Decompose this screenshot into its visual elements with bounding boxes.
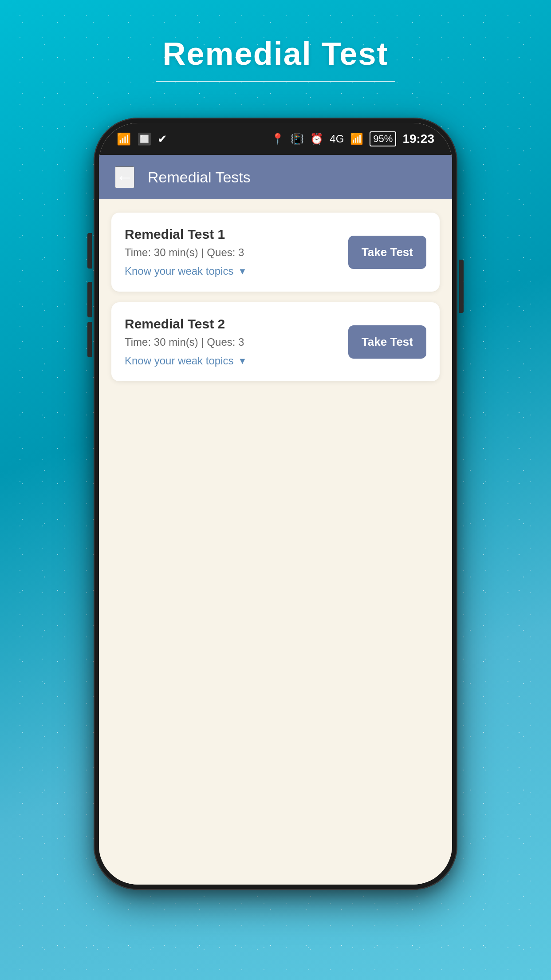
location-icon: 📍 xyxy=(271,133,284,145)
test-name-1: Remedial Test 1 xyxy=(125,227,339,242)
weak-topics-label-2: Know your weak topics xyxy=(125,355,233,367)
test-card-2: Remedial Test 2 Time: 30 min(s) | Ques: … xyxy=(111,302,440,381)
test-meta-1: Time: 30 min(s) | Ques: 3 xyxy=(125,246,339,259)
time-display: 19:23 xyxy=(402,132,434,146)
phone-frame: 📶 🔲 ✔ 📍 📳 ⏰ 4G 📶 95% 19:23 xyxy=(94,118,457,890)
test-card-1: Remedial Test 1 Time: 30 min(s) | Ques: … xyxy=(111,213,440,292)
chevron-down-icon-2: ▼ xyxy=(238,356,247,366)
chevron-down-icon-1: ▼ xyxy=(238,266,247,277)
take-test-button-2[interactable]: Take Test xyxy=(348,325,426,359)
title-underline xyxy=(156,81,395,82)
weak-topics-label-1: Know your weak topics xyxy=(125,265,233,277)
test-info-2: Remedial Test 2 Time: 30 min(s) | Ques: … xyxy=(125,316,339,367)
test-meta-2: Time: 30 min(s) | Ques: 3 xyxy=(125,336,339,348)
app-content: Remedial Test 1 Time: 30 min(s) | Ques: … xyxy=(99,199,452,885)
page-title-section: Remedial Test xyxy=(156,36,395,82)
alarm-icon: ⏰ xyxy=(310,133,323,145)
status-right-icons: 📍 📳 ⏰ 4G 📶 95% 19:23 xyxy=(271,131,434,146)
header-title: Remedial Tests xyxy=(148,169,251,186)
signal-icon: 📶 xyxy=(350,133,363,145)
battery-level: 95% xyxy=(370,131,396,146)
wifi-icon: 📶 xyxy=(117,132,131,146)
page-title: Remedial Test xyxy=(156,36,395,72)
check-icon: ✔ xyxy=(157,132,167,146)
notification-icon: 🔲 xyxy=(137,132,151,146)
app-header: ← Remedial Tests xyxy=(99,155,452,199)
vibrate-icon: 📳 xyxy=(291,133,304,145)
phone-wrapper: 📶 🔲 ✔ 📍 📳 ⏰ 4G 📶 95% 19:23 xyxy=(94,118,457,890)
test-name-2: Remedial Test 2 xyxy=(125,316,339,332)
weak-topics-link-1[interactable]: Know your weak topics ▼ xyxy=(125,265,339,277)
network-label: 4G xyxy=(330,133,344,145)
weak-topics-link-2[interactable]: Know your weak topics ▼ xyxy=(125,355,339,367)
phone-screen: 📶 🔲 ✔ 📍 📳 ⏰ 4G 📶 95% 19:23 xyxy=(99,123,452,885)
battery-indicator: 95% xyxy=(370,131,396,146)
back-button[interactable]: ← xyxy=(115,166,134,188)
status-bar: 📶 🔲 ✔ 📍 📳 ⏰ 4G 📶 95% 19:23 xyxy=(99,123,452,155)
test-info-1: Remedial Test 1 Time: 30 min(s) | Ques: … xyxy=(125,227,339,277)
take-test-button-1[interactable]: Take Test xyxy=(348,236,426,269)
status-left-icons: 📶 🔲 ✔ xyxy=(117,132,167,146)
